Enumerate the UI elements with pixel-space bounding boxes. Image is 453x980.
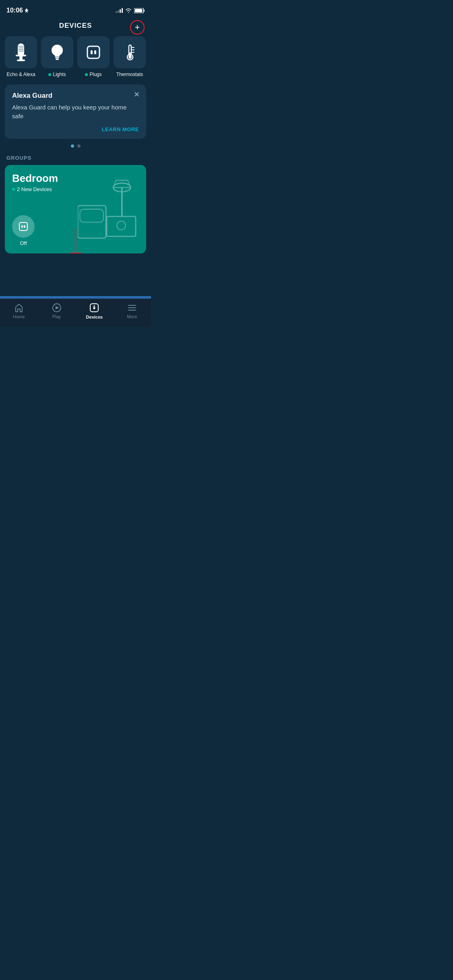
banner-title: Alexa Guard xyxy=(12,92,139,100)
nav-home-label: Home xyxy=(13,314,25,319)
bedroom-subtitle: 2 New Devices xyxy=(12,186,139,192)
svg-rect-32 xyxy=(19,222,27,231)
svg-rect-2 xyxy=(135,9,142,12)
nav-play[interactable]: Play xyxy=(45,303,69,319)
svg-rect-7 xyxy=(18,46,24,47)
category-lights[interactable]: Lights xyxy=(41,36,73,77)
category-thermostats[interactable]: Thermostats xyxy=(114,36,146,77)
nav-more[interactable]: More xyxy=(120,303,144,319)
echo-tile xyxy=(5,36,37,68)
category-list: Echo & Alexa Lights Plugs xyxy=(0,36,151,77)
svg-rect-10 xyxy=(18,51,24,51)
thermostats-label: Thermostats xyxy=(116,72,143,77)
arrow-head xyxy=(70,253,81,253)
bedroom-group-card[interactable]: Bedroom 2 New Devices Off xyxy=(5,165,146,253)
echo-label: Echo & Alexa xyxy=(6,72,35,77)
nav-devices-label: Devices xyxy=(86,315,103,319)
bottom-navigation: Home Play Devices More xyxy=(0,299,151,327)
svg-rect-34 xyxy=(24,225,25,228)
device-status-label: Off xyxy=(20,240,27,246)
page-dot-2 xyxy=(77,144,81,148)
status-time: 10:06 xyxy=(6,7,29,14)
groups-section-label: GROUPS xyxy=(0,148,151,165)
plus-icon: + xyxy=(135,23,140,32)
device-circle xyxy=(12,215,35,238)
play-icon xyxy=(52,303,62,313)
page-dot-1 xyxy=(71,144,74,148)
svg-rect-6 xyxy=(17,60,25,61)
svg-rect-8 xyxy=(18,47,24,48)
scroll-arrow xyxy=(70,229,81,253)
status-icons xyxy=(116,8,145,13)
page-title: DEVICES xyxy=(59,22,92,30)
svg-rect-4 xyxy=(16,55,26,56)
svg-rect-16 xyxy=(91,50,93,54)
banner-close-button[interactable]: ✕ xyxy=(134,90,140,99)
nav-more-label: More xyxy=(127,314,137,319)
nav-devices[interactable]: Devices xyxy=(82,303,106,319)
home-icon xyxy=(14,303,24,313)
plugs-tile xyxy=(77,36,110,68)
signal-icon xyxy=(116,8,123,13)
svg-rect-5 xyxy=(19,56,23,60)
thermo-icon xyxy=(122,43,137,61)
more-icon xyxy=(127,303,137,313)
lights-status-dot xyxy=(48,73,51,76)
add-device-button[interactable]: + xyxy=(130,20,145,35)
svg-rect-9 xyxy=(18,49,24,50)
lights-tile xyxy=(41,36,73,68)
bedroom-device: Off xyxy=(12,215,35,246)
svg-point-38 xyxy=(93,307,95,309)
svg-point-11 xyxy=(52,45,63,56)
nav-play-label: Play xyxy=(52,314,61,319)
page-header: DEVICES + xyxy=(0,18,151,36)
learn-more-link[interactable]: LEARN MORE xyxy=(12,126,139,132)
thermostats-tile xyxy=(114,36,146,68)
pagination-dots xyxy=(0,144,151,148)
arrow-line xyxy=(75,229,76,253)
location-icon xyxy=(25,8,29,13)
wifi-icon xyxy=(125,8,132,13)
devices-icon xyxy=(89,303,99,313)
plugs-label: Plugs xyxy=(85,72,101,77)
banner-text: Alexa Guard can help you keep your home … xyxy=(12,103,139,121)
bulb-icon xyxy=(50,43,65,61)
battery-icon xyxy=(134,8,145,13)
bedroom-status-dot xyxy=(12,188,15,191)
svg-rect-13 xyxy=(55,57,59,58)
svg-rect-21 xyxy=(129,52,131,57)
echo-icon xyxy=(14,43,28,61)
alexa-guard-banner: ✕ Alexa Guard Alexa Guard can help you k… xyxy=(5,84,146,139)
svg-rect-17 xyxy=(94,50,96,54)
status-bar: 10:06 xyxy=(0,0,151,18)
nav-home[interactable]: Home xyxy=(7,303,31,319)
lights-label: Lights xyxy=(48,72,66,77)
category-plugs[interactable]: Plugs xyxy=(77,36,110,77)
svg-rect-15 xyxy=(87,46,99,58)
category-echo[interactable]: Echo & Alexa xyxy=(5,36,37,77)
plug-device-icon xyxy=(18,221,29,232)
plug-icon xyxy=(85,44,102,61)
plugs-status-dot xyxy=(85,73,88,76)
svg-rect-1 xyxy=(144,10,145,12)
svg-rect-33 xyxy=(21,225,23,228)
svg-rect-12 xyxy=(55,56,60,57)
svg-marker-36 xyxy=(56,306,59,309)
bedroom-title: Bedroom xyxy=(12,172,139,185)
svg-rect-14 xyxy=(56,59,59,60)
